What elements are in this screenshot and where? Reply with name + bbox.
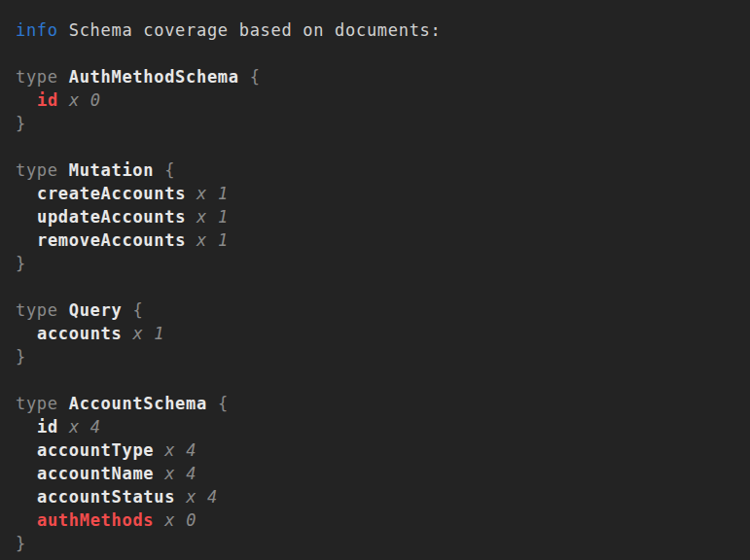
type-block-accountschema: typeAccountSchema{ idx 4 accountTypex 4 …	[16, 392, 734, 555]
type-header: typeAuthMethodSchema{	[16, 65, 734, 88]
field-count: x 1	[196, 205, 229, 228]
field-count: x 4	[186, 485, 218, 508]
terminal-output: infoSchema coverage based on documents: …	[0, 0, 750, 560]
type-block-query: typeQuery{ accountsx 1 }	[16, 298, 734, 368]
type-header: typeMutation{	[16, 158, 734, 182]
field-line: accountStatusx 4	[16, 485, 734, 508]
close-brace: }	[16, 345, 26, 368]
field-line: idx 0	[16, 88, 734, 112]
open-brace: {	[218, 392, 229, 415]
field-line: accountNamex 4	[16, 462, 734, 485]
field-line: authMethodsx 0	[16, 508, 734, 532]
close-line: }	[16, 252, 734, 275]
info-message: Schema coverage based on documents:	[69, 18, 442, 42]
close-line: }	[16, 345, 734, 368]
field-name: id	[37, 415, 58, 438]
close-brace: }	[16, 532, 26, 555]
close-line: }	[16, 532, 734, 555]
field-count: x 1	[196, 182, 229, 205]
type-keyword: type	[16, 298, 58, 322]
field-name: id	[37, 88, 58, 112]
field-name: accounts	[37, 322, 122, 345]
type-name: Query	[69, 298, 123, 322]
field-name: accountType	[37, 438, 154, 462]
field-count: x 1	[196, 228, 229, 252]
field-name: authMethods	[37, 508, 154, 532]
field-count: x 4	[164, 438, 196, 462]
type-name: Mutation	[69, 158, 154, 182]
type-block-authmethodschema: typeAuthMethodSchema{ idx 0 }	[16, 65, 734, 135]
field-name: accountStatus	[37, 485, 175, 508]
type-block-mutation: typeMutation{ createAccountsx 1 updateAc…	[16, 158, 734, 275]
close-line: }	[16, 112, 734, 135]
field-count: x 0	[69, 88, 101, 112]
field-name: createAccounts	[37, 182, 186, 205]
type-header: typeAccountSchema{	[16, 392, 734, 415]
close-brace: }	[16, 252, 26, 275]
field-line: accountTypex 4	[16, 438, 734, 462]
type-name: AccountSchema	[69, 392, 207, 415]
type-keyword: type	[16, 158, 58, 182]
field-line: updateAccountsx 1	[16, 205, 734, 228]
info-line: infoSchema coverage based on documents:	[16, 18, 734, 42]
field-count: x 4	[69, 415, 101, 438]
field-line: idx 4	[16, 415, 734, 438]
close-brace: }	[16, 112, 26, 135]
open-brace: {	[250, 65, 261, 88]
field-name: accountName	[37, 462, 154, 485]
field-count: x 0	[164, 508, 196, 532]
info-label: info	[16, 18, 58, 42]
field-name: updateAccounts	[37, 205, 186, 228]
type-keyword: type	[16, 65, 58, 88]
field-count: x 4	[164, 462, 196, 485]
open-brace: {	[132, 298, 143, 322]
field-name: removeAccounts	[37, 228, 186, 252]
type-keyword: type	[16, 392, 58, 415]
field-line: createAccountsx 1	[16, 182, 734, 205]
field-count: x 1	[132, 322, 164, 345]
type-name: AuthMethodSchema	[69, 65, 239, 88]
field-line: removeAccountsx 1	[16, 228, 734, 252]
open-brace: {	[164, 158, 175, 182]
field-line: accountsx 1	[16, 322, 734, 345]
type-header: typeQuery{	[16, 298, 734, 322]
